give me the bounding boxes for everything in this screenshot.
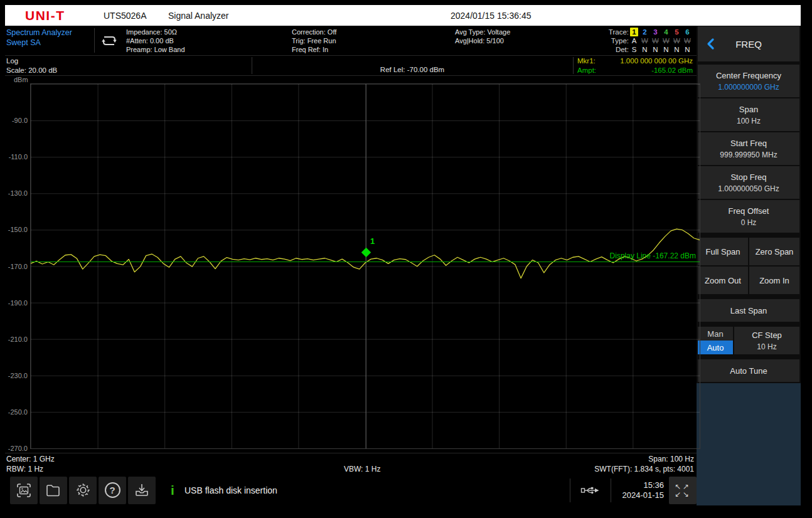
start-freq-button[interactable]: Start Freq 999.999950 MHz [698,132,799,165]
settings-button[interactable] [69,477,97,504]
center-frequency-label: Center Frequency [716,71,781,80]
uni-t-logo: UNI-T [25,8,65,23]
trace-slot-2[interactable]: 2 W N [639,28,650,55]
trace-slot-5[interactable]: 5 W N [671,28,682,55]
center-freq-readout: Center: 1 GHz [6,454,55,464]
mode-line1: Spectrum Analyzer [6,28,94,38]
fullscreen-icon: ↖↗↙↘ [675,483,691,498]
freq-ref-value: Freq Ref: In [292,45,455,54]
continuous-sweep-icon [100,34,119,48]
freq-offset-button[interactable]: Freq Offset 0 Hz [698,200,799,233]
trace-legend: Trace: Type: Det: 1 A S 2 W N [604,26,697,55]
y-axis-tick: -230.0 [8,372,28,379]
full-span-button[interactable]: Full Span [698,238,748,265]
det-row-label: Det: [604,45,629,54]
rbw-readout: RBW: 1 Hz [6,464,55,474]
auto-option-selected[interactable]: Auto [698,341,733,354]
chart-region: dBm -90.0-110.0-130.0-150.0-170.0-190.0-… [5,76,697,453]
cf-step-button[interactable]: CF Step 10 Hz [734,327,799,354]
auto-tune-button[interactable]: Auto Tune [698,359,799,382]
freq-offset-label: Freq Offset [729,206,769,216]
start-freq-value: 999.999950 MHz [720,151,777,159]
info-icon: i [166,483,179,498]
folder-icon [45,482,61,499]
trace-row-label: Trace: [604,28,629,36]
fullscreen-button[interactable]: ↖↗↙↘ [669,477,697,504]
back-chevron-icon[interactable] [705,38,715,50]
usb-icon [580,485,601,496]
trace-slot-1[interactable]: 1 A S [629,28,639,55]
man-option[interactable]: Man [698,327,733,341]
center-frequency-button[interactable]: Center Frequency 1.000000000 GHz [698,65,799,97]
y-axis-tick: -250.0 [8,408,28,416]
trig-value: Trig: Free Run [292,36,455,45]
zoom-out-button[interactable]: Zoom Out [698,267,748,294]
mode-indicator[interactable]: Spectrum Analyzer Swept SA [5,26,94,55]
span-label: Span [739,105,758,114]
marker-readout: Mkr1: 1.000 000 000 00 GHz Ampt: -165.02… [577,56,693,75]
log-label: Log [6,56,57,66]
ampt-label: Ampt: [577,66,596,75]
cf-step-value: 10 Hz [757,342,776,351]
center-frequency-value: 1.000000000 GHz [718,83,779,92]
avg-settings: Avg Type: Voltage Avg|Hold: 5/100 [455,26,604,55]
model-number: UTS5026A [104,11,146,21]
y-axis-unit: dBm [14,76,28,83]
scale-info: Log Scale: 20.00 dB [6,56,57,75]
vbw-readout: VBW: 1 Hz [344,465,380,473]
spectrum-plot[interactable]: -90.0-110.0-130.0-150.0-170.0-190.0-210.… [30,83,700,449]
sidebar-empty-area [697,383,801,505]
y-axis-tick: -190.0 [8,299,28,307]
menu-header-freq[interactable]: FREQ [698,26,799,61]
start-freq-label: Start Freq [730,139,767,148]
avg-hold-value: Avg|Hold: 5/100 [455,36,604,45]
screenshot-button[interactable] [10,477,38,504]
marker-1-number: 1 [370,236,375,246]
trigger-settings: Correction: Off Trig: Free Run Freq Ref:… [292,26,455,55]
trace-slot-6[interactable]: 6 W N [682,28,693,55]
app-title: Signal Analyzer [168,11,229,21]
y-axis-tick: -130.0 [8,189,28,197]
continuous-sweep-button[interactable] [95,26,124,55]
zero-span-button[interactable]: Zero Span [749,238,799,265]
trace-slot-4[interactable]: 4 W N [661,28,671,55]
correction-value: Correction: Off [292,28,455,36]
mode-line2: Swept SA [6,38,94,48]
clock-date: 2024-01-15 [611,490,664,500]
span-readout: Span: 100 Hz [594,454,694,464]
analyzer-screen: UNI-T UTS5026A Signal Analyzer 2024/01/1… [0,0,812,518]
message-text: USB flash disk insertion [184,485,277,495]
trace-slot-3[interactable]: 3 W N [650,28,661,55]
menu-title: FREQ [735,39,762,50]
stop-freq-button[interactable]: Stop Freq 1.000000050 GHz [698,166,799,199]
freq-menu-panel: FREQ Center Frequency 1.000000000 GHz Sp… [697,26,801,505]
save-download-icon [134,482,150,499]
separator [573,57,574,74]
app-window: UNI-T UTS5026A Signal Analyzer 2024/01/1… [5,5,801,505]
type-row-label: Type: [604,36,629,45]
status-bar: Spectrum Analyzer Swept SA Impedance: 50… [5,26,697,56]
span-button[interactable]: Span 100 Hz [698,98,799,131]
header-datetime: 2024/01/15 15:36:45 [451,11,531,21]
y-axis-tick: -270.0 [8,445,28,452]
system-message: i USB flash disk insertion [166,483,277,498]
swt-readout: SWT(FFT): 1.834 s, pts: 4001 [594,464,694,474]
file-manager-button[interactable] [40,477,67,504]
last-span-button[interactable]: Last Span [698,299,799,322]
clock: 15:36 2024-01-15 [611,480,669,500]
ref-level-value: Ref Lel: -70.00 dBm [252,66,573,73]
y-axis-tick: -110.0 [9,153,28,161]
impedance-value: Impedance: 50Ω [126,28,292,36]
display-line [31,262,700,262]
preamp-value: Preamp: Low Band [126,45,292,54]
display-line-label: Display Line -167.22 dBm [610,251,696,260]
input-settings: Impedance: 50Ω #Atten: 0.00 dB Preamp: L… [124,26,292,55]
cf-step-man-auto-toggle[interactable]: Man Auto [698,327,733,354]
y-axis-tick: -90.0 [12,117,28,124]
zoom-in-button[interactable]: Zoom In [749,267,799,294]
save-button[interactable] [128,477,156,504]
y-axis-tick: -170.0 [8,263,28,270]
help-button[interactable]: ? [99,477,126,504]
cf-step-label: CF Step [752,330,782,340]
spectrum-trace [31,84,700,448]
